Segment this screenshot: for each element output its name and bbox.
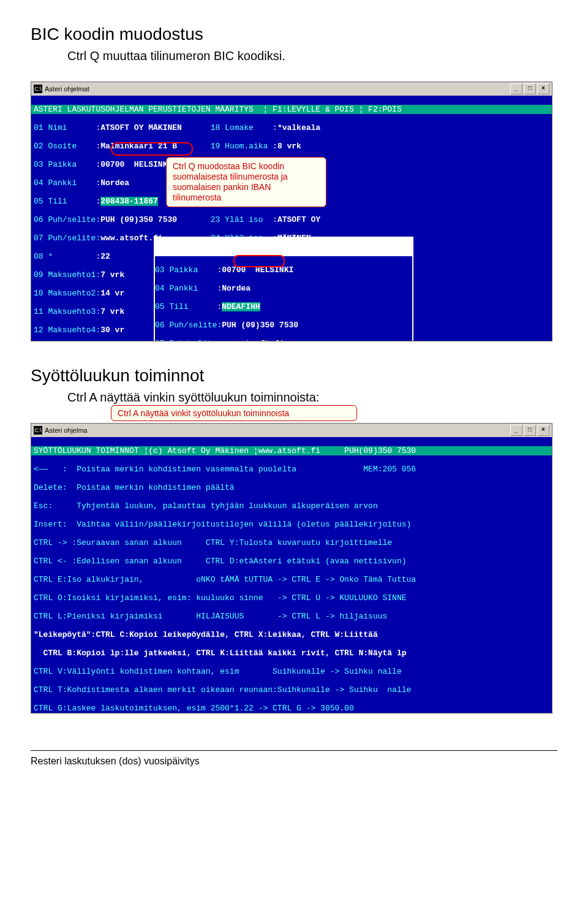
footer-divider xyxy=(31,750,557,751)
close-button[interactable]: × xyxy=(537,83,549,94)
callout-ctrlq: Ctrl Q muodostaa BIC koodin suomalaisest… xyxy=(166,157,326,207)
highlight-circle-tili xyxy=(111,142,193,156)
dos-screen-1: ASTERI LASKUTUSOHJELMAN PERUSTIETOJEN MÄ… xyxy=(31,96,552,341)
highlight-circle-ndeafihh xyxy=(233,255,285,267)
cmd-icon: C:\ xyxy=(34,85,42,93)
minimize-button[interactable]: _ xyxy=(510,83,522,94)
dos-window-1: C:\ Asteri ohjelmat _ □ × ASTERI LASKUTU… xyxy=(31,82,552,341)
cmd-icon: C:\ xyxy=(34,426,42,435)
maximize-button[interactable]: □ xyxy=(524,425,536,436)
inset-panel: 03 Paikka :00700 HELSINKI 04 Pankki :Nor… xyxy=(154,237,413,341)
heading-bic: BIC koodin muodostus xyxy=(31,25,557,44)
close-button[interactable]: × xyxy=(537,425,549,436)
window-title-1: Asteri ohjelmat xyxy=(45,85,510,93)
titlebar-2: C:\ Asteri ohjelma _ □ × xyxy=(31,424,552,437)
dos-header: ASTERI LASKUTUSOHJELMAN PERUSTIETOJEN MÄ… xyxy=(31,105,552,114)
dos-window-2: C:\ Asteri ohjelma _ □ × Ctrl A näyttää … xyxy=(31,423,552,713)
footer-text: Resteri laskutuksen (dos) vuosipäivitys xyxy=(31,756,557,767)
maximize-button[interactable]: □ xyxy=(524,83,536,94)
subtext-bic: Ctrl Q muuttaa tilinumeron BIC koodiksi. xyxy=(67,49,557,63)
dos-header-2: SYÖTTÖLUUKUN TOIMINNOT ¦(c) Atsoft Oy Mä… xyxy=(31,446,552,455)
titlebar-1: C:\ Asteri ohjelmat _ □ × xyxy=(31,82,552,96)
dos-screen-2: SYÖTTÖLUUKUN TOIMINNOT ¦(c) Atsoft Oy Mä… xyxy=(31,437,552,713)
minimize-button[interactable]: _ xyxy=(510,425,522,436)
heading-syotto: Syöttöluukun toiminnot xyxy=(31,366,557,386)
callout-ctrla: Ctrl A näyttää vinkit syöttöluukun toimi… xyxy=(111,405,357,421)
subtext-syotto: Ctrl A näyttää vinkin syöttöluukun toimi… xyxy=(67,390,557,405)
window-title-2: Asteri ohjelma xyxy=(45,427,510,434)
